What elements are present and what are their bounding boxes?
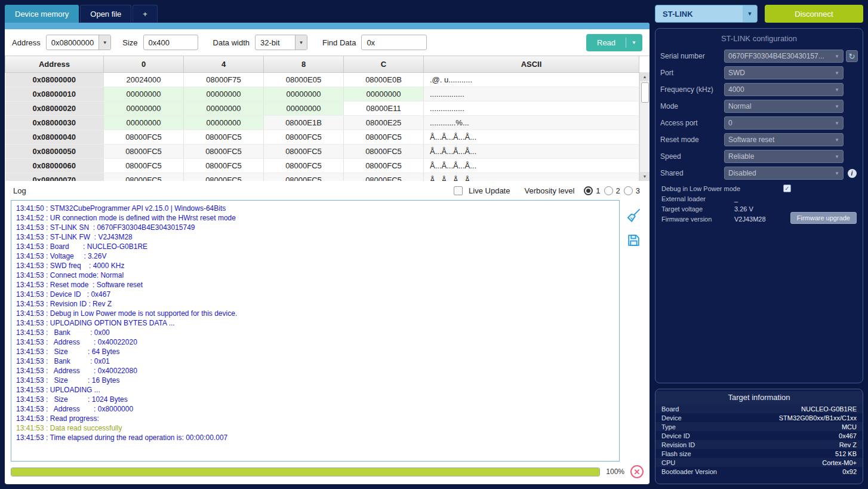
cancel-icon[interactable]: ✕ <box>630 465 644 478</box>
memory-address-cell[interactable]: 0x08000040 <box>5 130 104 144</box>
chevron-down-icon[interactable]: ▼ <box>743 5 757 22</box>
vertical-scrollbar[interactable]: ▲ ▼ <box>639 72 650 181</box>
log-line: 13:41:53 : Revision ID : Rev Z <box>16 299 614 309</box>
address-label: Address <box>12 38 41 47</box>
target-info-value: Cortex-M0+ <box>822 459 857 466</box>
memory-address-cell[interactable]: 0x08000050 <box>5 144 104 158</box>
memory-toolbar: Address 0x08000000 ▼ Size Data width 32-… <box>5 29 650 56</box>
memory-value-cell[interactable]: 08000E0B <box>344 72 424 87</box>
chevron-down-icon: ▼ <box>835 154 839 159</box>
memory-value-cell[interactable]: 08000E05 <box>264 72 344 87</box>
memory-value-cell[interactable]: 00000000 <box>264 87 344 101</box>
refresh-icon[interactable]: ↻ <box>846 50 858 62</box>
log-line: 13:41:53 : Read progress: <box>16 414 614 423</box>
verbosity-radio-3[interactable]: 3 <box>624 186 640 195</box>
tab-open-file[interactable]: Open file <box>80 5 131 23</box>
log-line: 13:41:53 : Size : 1024 Bytes <box>16 395 614 404</box>
memory-value-cell[interactable]: 08000FC5 <box>264 173 344 181</box>
memory-address-cell[interactable]: 0x08000070 <box>5 173 104 181</box>
target-info-row-cpu: CPUCortex-M0+ <box>655 458 863 467</box>
config-dropdown-mode[interactable]: Normal▼ <box>724 100 844 113</box>
target-info-value: 0x467 <box>839 432 857 439</box>
memory-value-cell[interactable]: 08000FC5 <box>264 144 344 158</box>
memory-address-cell[interactable]: 0x08000000 <box>5 72 104 87</box>
memory-value-cell[interactable]: 08000E1B <box>264 115 344 130</box>
config-dropdown-serial-number[interactable]: 0670FF30304B4E30430157...▼ <box>724 50 844 63</box>
verbosity-radio-1[interactable]: 1 <box>584 186 600 195</box>
scrollbar-thumb[interactable] <box>641 82 649 103</box>
memory-value-cell[interactable]: 00000000 <box>184 101 264 115</box>
chevron-down-icon[interactable]: ▼ <box>632 40 636 45</box>
memory-value-cell[interactable]: 08000FC5 <box>184 144 264 158</box>
memory-value-cell[interactable]: 00000000 <box>184 115 264 130</box>
scroll-up-icon[interactable]: ▲ <box>640 72 650 81</box>
disconnect-button[interactable]: Disconnect <box>765 5 863 23</box>
find-data-input[interactable] <box>361 35 427 50</box>
config-dropdown-port[interactable]: SWD▼ <box>724 66 844 79</box>
tab-device-memory[interactable]: Device memory <box>5 5 79 23</box>
config-dropdown-speed[interactable]: Reliable▼ <box>724 150 844 163</box>
memory-value-cell[interactable]: 08000FC5 <box>104 130 184 144</box>
memory-value-cell[interactable]: 00000000 <box>104 115 184 130</box>
config-row-mode: ModeNormal▼ <box>660 98 858 115</box>
config-dropdown-frequency-khz[interactable]: 4000▼ <box>724 83 844 96</box>
log-line: 13:41:53 : Connect mode: Normal <box>16 270 614 280</box>
chevron-down-icon[interactable]: ▼ <box>99 35 110 50</box>
memory-value-cell[interactable]: 08000FC5 <box>344 158 424 173</box>
memory-value-cell[interactable]: 08000FC5 <box>104 158 184 173</box>
column-header-4: 4 <box>184 56 264 72</box>
scroll-down-icon[interactable]: ▼ <box>640 172 650 181</box>
config-dropdown-shared[interactable]: Disabled▼ <box>724 167 844 180</box>
memory-value-cell[interactable]: 20024000 <box>104 72 184 87</box>
config-label: Mode <box>660 102 722 110</box>
memory-value-cell[interactable]: 08000FC5 <box>104 173 184 181</box>
target-info-row-revision-id: Revision IDRev Z <box>655 440 863 449</box>
memory-address-cell[interactable]: 0x08000020 <box>5 101 104 115</box>
memory-value-cell[interactable]: 08000E25 <box>344 115 424 130</box>
memory-value-cell[interactable]: 08000FC5 <box>344 130 424 144</box>
firmware-upgrade-button[interactable]: Firmware upgrade <box>790 212 857 224</box>
live-update-checkbox[interactable] <box>454 186 463 195</box>
log-line: 13:41:53 : Device ID : 0x467 <box>16 290 614 299</box>
config-dropdown-access-port[interactable]: 0▼ <box>724 116 844 130</box>
memory-value-cell[interactable]: 08000FC5 <box>184 173 264 181</box>
log-line: 13:41:52 : UR connection mode is defined… <box>16 213 614 223</box>
address-combo[interactable]: 0x08000000 ▼ <box>46 35 112 50</box>
verbosity-radio-2[interactable]: 2 <box>604 186 620 195</box>
clear-log-icon[interactable] <box>626 207 642 223</box>
memory-value-cell[interactable]: 08000FC5 <box>264 130 344 144</box>
memory-value-cell[interactable]: 00000000 <box>344 87 424 101</box>
info-icon[interactable]: i <box>848 169 857 178</box>
memory-value-cell[interactable]: 00000000 <box>104 101 184 115</box>
memory-value-cell[interactable]: 00000000 <box>184 87 264 101</box>
memory-value-cell[interactable]: 08000E11 <box>344 101 424 115</box>
memory-address-cell[interactable]: 0x08000030 <box>5 115 104 130</box>
probe-select[interactable]: ST-LINK ▼ <box>655 5 758 23</box>
memory-value-cell[interactable]: 00000000 <box>104 87 184 101</box>
save-log-icon[interactable] <box>626 233 641 248</box>
memory-ascii-cell: .@. u........... <box>424 72 639 87</box>
memory-ascii-cell: ................ <box>424 101 639 115</box>
data-width-combo[interactable]: 32-bit ▼ <box>255 35 307 50</box>
config-dropdown-reset-mode[interactable]: Software reset▼ <box>724 133 844 146</box>
config-row-reset-mode: Reset modeSoftware reset▼ <box>660 131 858 148</box>
memory-value-cell[interactable]: 00000000 <box>264 101 344 115</box>
size-input[interactable] <box>143 35 198 50</box>
config-row-shared: SharedDisabled▼i <box>660 165 858 182</box>
memory-address-cell[interactable]: 0x08000060 <box>5 158 104 173</box>
memory-value-cell[interactable]: 08000FC5 <box>184 130 264 144</box>
read-button[interactable]: Read ▼ <box>586 34 642 51</box>
memory-value-cell[interactable]: 08000FC5 <box>184 158 264 173</box>
memory-value-cell[interactable]: 08000F75 <box>184 72 264 87</box>
memory-value-cell[interactable]: 08000FC5 <box>104 144 184 158</box>
firmware-version-value: V2J43M28 <box>734 216 766 223</box>
memory-address-cell[interactable]: 0x08000010 <box>5 87 104 101</box>
chevron-down-icon[interactable]: ▼ <box>295 35 307 50</box>
memory-table: Address048CASCII 0x080000002002400008000… <box>5 56 650 181</box>
memory-value-cell[interactable]: 08000FC5 <box>264 158 344 173</box>
log-line: 13:41:53 : Data read successfully <box>16 423 614 433</box>
memory-value-cell[interactable]: 08000FC5 <box>344 144 424 158</box>
tab-add[interactable]: + <box>133 5 158 23</box>
memory-value-cell[interactable]: 08000FC5 <box>344 173 424 181</box>
debug-low-power-checkbox[interactable]: ✓ <box>783 184 791 192</box>
